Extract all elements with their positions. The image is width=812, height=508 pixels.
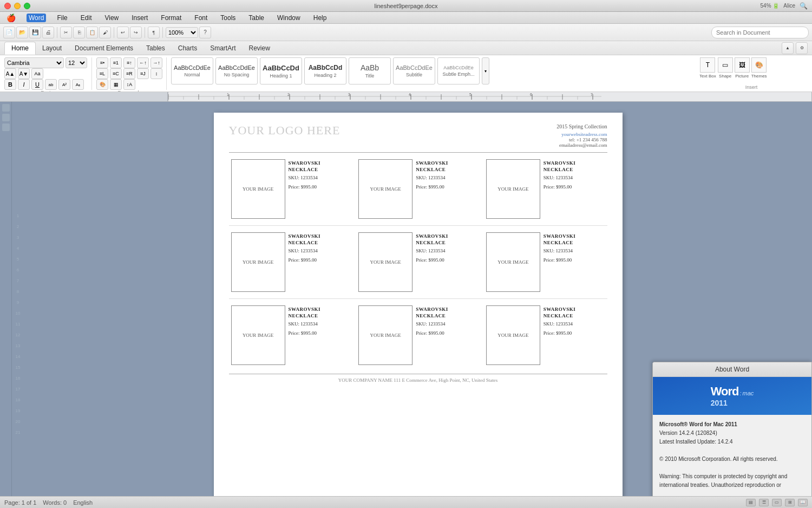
font-name-select[interactable]: Cambria Arial Times New Roman xyxy=(4,57,64,68)
align-justify-button[interactable]: ≡J xyxy=(137,68,149,79)
status-bar: Page: 1 of 1 Words: 0 English ▤ ☰ ▭ ⊞ 📖 xyxy=(0,496,812,508)
format-painter-button[interactable]: 🖌 xyxy=(99,27,111,38)
bold-button[interactable]: B xyxy=(4,79,16,90)
product-cell-7: YOUR IMAGE SWAROVSKI NECKLACE SKU: 12335… xyxy=(229,303,352,367)
website-link[interactable]: yourwebsiteadress.com xyxy=(561,132,607,137)
menu-format[interactable]: Format xyxy=(159,14,184,22)
line-spacing-button[interactable]: ↕ xyxy=(150,68,162,79)
menu-tools[interactable]: Tools xyxy=(218,14,238,22)
sidebar-tool-2[interactable] xyxy=(2,114,10,121)
shape-button[interactable]: ▭ Shape xyxy=(718,57,733,79)
align-left-button[interactable]: ≡L xyxy=(96,68,108,79)
zoom-help-button[interactable]: ? xyxy=(199,27,211,38)
minimize-button[interactable] xyxy=(14,3,21,9)
superscript-button[interactable]: A² xyxy=(58,79,70,90)
menu-file[interactable]: File xyxy=(55,14,69,22)
menu-font[interactable]: Font xyxy=(192,14,209,22)
product-cell-4: YOUR IMAGE SWAROVSKI NECKLACE SKU: 12335… xyxy=(229,230,352,294)
strikethrough-button[interactable]: ab xyxy=(45,79,57,90)
window-controls[interactable] xyxy=(4,3,30,9)
sep1 xyxy=(57,27,57,38)
paste-button[interactable]: 📋 xyxy=(86,27,98,38)
apple-menu[interactable]: 🍎 xyxy=(4,13,18,23)
style-no-spacing[interactable]: AaBbCcDdEe No Spacing xyxy=(215,57,258,84)
ribbon-options-button[interactable]: ⚙ xyxy=(796,42,808,54)
themes-button[interactable]: 🎨 Themes xyxy=(751,57,767,79)
shading-button[interactable]: 🎨 xyxy=(96,79,108,90)
style-normal[interactable]: AaBbCcDdEe Normal xyxy=(171,57,213,84)
view-page-button[interactable]: ▭ xyxy=(772,499,782,506)
align-right-button[interactable]: ≡R xyxy=(123,68,135,79)
borders-button[interactable]: ▦ xyxy=(110,79,122,90)
about-version-line: Microsoft® Word for Mac 2011 xyxy=(659,420,805,429)
paragraph-marks-button[interactable]: ¶ xyxy=(148,27,160,38)
text-box-button[interactable]: T Text Box xyxy=(699,57,716,79)
new-button[interactable]: 📄 xyxy=(3,27,15,38)
style-subtle-emph[interactable]: AaBbCcDdEe Subtle Emph... xyxy=(437,57,480,84)
grid-divider-1 xyxy=(229,225,607,226)
style-heading2[interactable]: AaBbCcDd Heading 2 xyxy=(304,57,346,84)
svg-text:7: 7 xyxy=(591,93,593,96)
indent-decrease-button[interactable]: ←↑ xyxy=(137,57,149,68)
undo-button[interactable]: ↩ xyxy=(117,27,129,38)
tab-tables[interactable]: Tables xyxy=(140,42,172,55)
clear-format-button[interactable]: Aa xyxy=(31,68,43,79)
print-button[interactable]: 🖨 xyxy=(42,27,54,38)
product-info-8: SWAROVSKI NECKLACE SKU: 1233534 Price: $… xyxy=(416,305,477,337)
insert-group-label: Insert xyxy=(745,84,758,90)
open-button[interactable]: 📂 xyxy=(16,27,28,38)
underline-button[interactable]: U xyxy=(31,79,43,90)
indent-increase-button[interactable]: →↑ xyxy=(150,57,162,68)
outline-list-button[interactable]: ≡↑ xyxy=(123,57,135,68)
ribbon-expand-button[interactable]: ▲ xyxy=(782,42,794,54)
menu-word[interactable]: Word xyxy=(27,14,46,22)
view-outline-button[interactable]: ☰ xyxy=(759,499,769,506)
numbered-list-button[interactable]: ≡1 xyxy=(110,57,122,68)
style-heading1[interactable]: AaBbCcDd Heading 1 xyxy=(260,57,302,84)
increase-font-button[interactable]: A▲ xyxy=(4,68,16,79)
zoom-select[interactable]: 100% 75% 150% xyxy=(166,27,198,38)
styles-more-button[interactable]: ▾ xyxy=(482,57,489,84)
product-image-label-5: YOUR IMAGE xyxy=(370,259,401,266)
copy-button[interactable]: ⎘ xyxy=(73,27,85,38)
menu-view[interactable]: View xyxy=(102,14,121,22)
menu-help[interactable]: Help xyxy=(311,14,329,22)
search-input[interactable] xyxy=(711,27,809,38)
decrease-font-button[interactable]: A▼ xyxy=(18,68,30,79)
font-size-select[interactable]: 12 10 14 16 xyxy=(66,57,87,68)
sidebar-tool-3[interactable] xyxy=(2,123,10,131)
picture-button[interactable]: 🖼 Picture xyxy=(735,57,750,79)
subscript-button[interactable]: A₂ xyxy=(72,79,84,90)
tab-charts[interactable]: Charts xyxy=(172,42,204,55)
about-logo-text-row: Word : mac xyxy=(711,385,754,399)
tab-home[interactable]: Home xyxy=(4,42,36,55)
style-title[interactable]: AaBb Title xyxy=(349,57,391,84)
view-web-button[interactable]: ⊞ xyxy=(785,499,795,506)
menu-window[interactable]: Window xyxy=(275,14,303,22)
save-button[interactable]: 💾 xyxy=(29,27,41,38)
italic-button[interactable]: I xyxy=(18,79,30,90)
menu-insert[interactable]: Insert xyxy=(129,14,150,22)
tab-document-elements[interactable]: Document Elements xyxy=(68,42,140,55)
close-button[interactable] xyxy=(4,3,11,9)
bullet-list-button[interactable]: ≡• xyxy=(96,57,108,68)
search-icon[interactable]: 🔍 xyxy=(800,2,808,10)
tab-review[interactable]: Review xyxy=(242,42,276,55)
style-subtitle[interactable]: AaBbCcDdEe Subtitle xyxy=(393,57,435,84)
sort-button[interactable]: ↕A xyxy=(123,79,135,90)
view-normal-button[interactable]: ▤ xyxy=(746,499,756,506)
ruler: 1 2 3 4 5 6 xyxy=(0,92,812,102)
menu-edit[interactable]: Edit xyxy=(78,14,94,22)
v-marker-13: 13 xyxy=(12,340,24,351)
redo-button[interactable]: ↪ xyxy=(130,27,142,38)
cut-button[interactable]: ✂ xyxy=(60,27,72,38)
align-center-button[interactable]: ≡C xyxy=(110,68,122,79)
view-reading-button[interactable]: 📖 xyxy=(798,499,808,506)
tab-layout[interactable]: Layout xyxy=(36,42,68,55)
sidebar-tool-1[interactable] xyxy=(2,104,10,112)
product-price-6: Price: $995.00 xyxy=(543,257,605,264)
maximize-button[interactable] xyxy=(24,3,30,9)
product-info-7: SWAROVSKI NECKLACE SKU: 1233534 Price: $… xyxy=(289,305,350,337)
menu-table[interactable]: Table xyxy=(246,14,266,22)
tab-smartart[interactable]: SmartArt xyxy=(204,42,242,55)
